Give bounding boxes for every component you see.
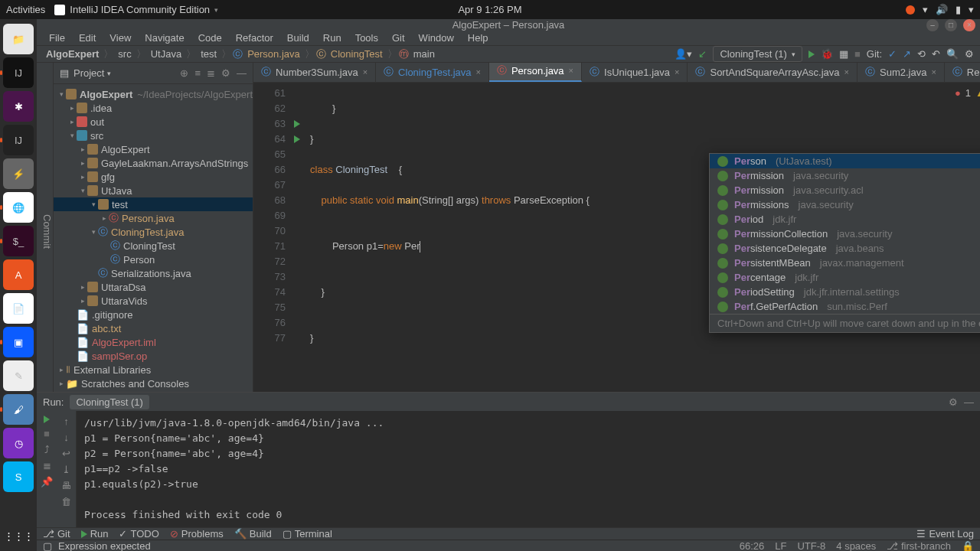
project-tree[interactable]: ▾AlgoExpert ~/IdeaProjects/AlgoExpert ▸.… bbox=[54, 84, 253, 392]
down-stack-icon[interactable]: ↓ bbox=[64, 432, 69, 443]
apps-grid-icon[interactable]: ⋮⋮⋮ bbox=[3, 520, 34, 551]
activity-icon[interactable]: ⚡ bbox=[3, 158, 34, 189]
menu-git[interactable]: Git bbox=[386, 31, 411, 45]
crumb-pkg2[interactable]: test bbox=[198, 48, 220, 60]
run-settings-icon[interactable]: ⚙ bbox=[949, 396, 958, 408]
collapse-icon[interactable]: ≣ bbox=[207, 67, 215, 79]
bb-eventlog[interactable]: ☰ Event Log bbox=[916, 528, 974, 540]
trash-icon[interactable]: 🗑 bbox=[61, 496, 71, 507]
network-icon[interactable]: ▾ bbox=[923, 4, 928, 15]
print-icon[interactable]: 🖶 bbox=[61, 480, 71, 491]
chrome-icon[interactable]: 🌐 bbox=[3, 192, 34, 223]
bb-git[interactable]: ⎇ Git bbox=[43, 528, 70, 540]
zoom-icon[interactable]: ▣ bbox=[3, 327, 34, 357]
clock[interactable]: Apr 9 1:26 PM bbox=[458, 4, 521, 15]
stop-button[interactable]: ■ bbox=[854, 48, 861, 60]
rerun-button[interactable] bbox=[44, 416, 50, 423]
notify-icon[interactable] bbox=[906, 5, 915, 15]
crumb-src[interactable]: src bbox=[115, 48, 134, 60]
menu-build[interactable]: Build bbox=[281, 31, 315, 45]
slack-icon[interactable]: ✱ bbox=[3, 91, 34, 122]
completion-item[interactable]: Periodjdk.jfr bbox=[710, 212, 980, 227]
completion-item[interactable]: Perf.GetPerfActionsun.misc.Perf bbox=[710, 299, 980, 314]
bb-terminal[interactable]: ▢ Terminal bbox=[283, 528, 332, 540]
run-console[interactable]: /usr/lib/jvm/java-1.8.0-openjdk-amd64/bi… bbox=[77, 411, 980, 527]
menu-refactor[interactable]: Refactor bbox=[230, 31, 279, 45]
code-completion-popup[interactable]: Person(UtJava.test)Permissionjava.securi… bbox=[709, 153, 980, 333]
menu-run[interactable]: Run bbox=[317, 31, 348, 45]
soft-wrap-icon[interactable]: ↩ bbox=[62, 448, 70, 459]
bb-problems[interactable]: ⊘ Problems bbox=[170, 528, 224, 540]
tab-sortandsquare[interactable]: ⓒSortAndSquareArrayAsc.java× bbox=[688, 63, 858, 82]
menu-file[interactable]: File bbox=[43, 31, 71, 45]
completion-item[interactable]: Permissionjava.security.acl bbox=[710, 183, 980, 197]
debug-button[interactable]: 🐞 bbox=[821, 48, 833, 60]
scroll-end-icon[interactable]: ⤓ bbox=[62, 464, 70, 475]
line-sep[interactable]: LF bbox=[775, 540, 786, 551]
run-coverage-icon[interactable]: ▦ bbox=[839, 48, 848, 60]
menu-code[interactable]: Code bbox=[192, 31, 228, 45]
project-dropdown-icon[interactable]: ▾ bbox=[107, 70, 111, 77]
menu-navigate[interactable]: Navigate bbox=[139, 31, 190, 45]
lock-icon[interactable]: 🔒 bbox=[962, 540, 974, 551]
minimize-button[interactable]: – bbox=[926, 19, 939, 31]
encoding[interactable]: UTF-8 bbox=[797, 540, 825, 551]
tab-isunique1[interactable]: ⓒIsUnique1.java× bbox=[582, 63, 688, 82]
close-icon[interactable]: × bbox=[363, 67, 368, 77]
tab-person[interactable]: ⓒPerson.java× bbox=[489, 63, 582, 82]
vcs-update-icon[interactable]: ↙ bbox=[698, 48, 707, 60]
text-editor-icon[interactable]: ✎ bbox=[3, 360, 34, 391]
search-icon[interactable]: 🔍 bbox=[946, 48, 959, 60]
app-icon[interactable]: ◷ bbox=[3, 428, 34, 458]
bb-todo[interactable]: ✓ TODO bbox=[119, 528, 158, 540]
bb-build[interactable]: 🔨 Build bbox=[234, 528, 272, 540]
close-button[interactable]: × bbox=[963, 19, 975, 31]
intellij-dock-icon[interactable]: IJ bbox=[3, 57, 34, 88]
completion-item[interactable]: Permissionsjava.security bbox=[710, 197, 980, 212]
layout-icon[interactable]: ≣ bbox=[43, 460, 51, 471]
up-stack-icon[interactable]: ↑ bbox=[64, 416, 69, 427]
completion-item[interactable]: Percentagejdk.jfr bbox=[710, 270, 980, 285]
maximize-button[interactable]: □ bbox=[945, 19, 957, 31]
hide-icon[interactable]: — bbox=[237, 67, 247, 79]
completion-item[interactable]: PermissionCollectionjava.security bbox=[710, 227, 980, 241]
run-button[interactable] bbox=[808, 51, 815, 58]
tab-sum2[interactable]: ⓒSum2.java× bbox=[858, 63, 945, 82]
pushpin-icon[interactable]: 📌 bbox=[41, 476, 53, 487]
bb-run[interactable]: Run bbox=[81, 528, 109, 540]
document-icon[interactable]: 📄 bbox=[3, 293, 34, 324]
volume-icon[interactable]: 🔊 bbox=[936, 4, 948, 15]
power-menu-icon[interactable]: ▾ bbox=[969, 4, 974, 15]
git-push-icon[interactable]: ↗ bbox=[903, 48, 911, 60]
git-branch[interactable]: ⎇ first-branch bbox=[887, 540, 951, 551]
stop-run-button[interactable]: ■ bbox=[44, 428, 50, 439]
run-config-selector[interactable]: CloningTest (1)▾ bbox=[713, 46, 802, 62]
menu-window[interactable]: Window bbox=[413, 31, 460, 45]
crumb-file[interactable]: Person.java bbox=[244, 48, 303, 60]
tab-number3sum[interactable]: ⓒNumber3Sum.java× bbox=[253, 63, 376, 82]
run-gutter[interactable] bbox=[290, 83, 304, 392]
expand-icon[interactable]: ≡ bbox=[194, 67, 201, 79]
gimp-icon[interactable]: 🖌 bbox=[3, 394, 34, 425]
git-history-icon[interactable]: ⟲ bbox=[917, 48, 926, 60]
caret-pos[interactable]: 66:26 bbox=[740, 540, 765, 551]
inspections-widget[interactable]: ●1 ▲7 ⌃ ⌄ bbox=[955, 87, 980, 99]
project-title[interactable]: Project bbox=[74, 67, 104, 79]
menu-help[interactable]: Help bbox=[462, 31, 495, 45]
menu-view[interactable]: View bbox=[103, 31, 137, 45]
menu-edit[interactable]: Edit bbox=[73, 31, 102, 45]
app-name[interactable]: IntelliJ IDEA Community Edition bbox=[70, 4, 210, 15]
completion-item[interactable]: PersistentMBeanjavax.management bbox=[710, 256, 980, 270]
crumb-class[interactable]: CloningTest bbox=[328, 48, 386, 60]
battery-icon[interactable]: ▮ bbox=[956, 4, 961, 15]
run-config-tab[interactable]: CloningTest (1) bbox=[70, 395, 149, 409]
settings-icon[interactable]: ⚙ bbox=[965, 48, 974, 60]
tool-window-icon[interactable]: ▢ bbox=[43, 540, 52, 551]
exit-icon[interactable]: ⤴ bbox=[44, 444, 50, 455]
completion-item[interactable]: Person(UtJava.test) bbox=[710, 154, 980, 168]
skype-icon[interactable]: S bbox=[3, 461, 34, 492]
tab-removekth[interactable]: ⓒRemoveKth bbox=[945, 63, 980, 82]
run-hide-icon[interactable]: — bbox=[964, 396, 974, 408]
terminal-icon[interactable]: $_ bbox=[3, 226, 34, 256]
crumb-method[interactable]: main bbox=[410, 48, 438, 60]
